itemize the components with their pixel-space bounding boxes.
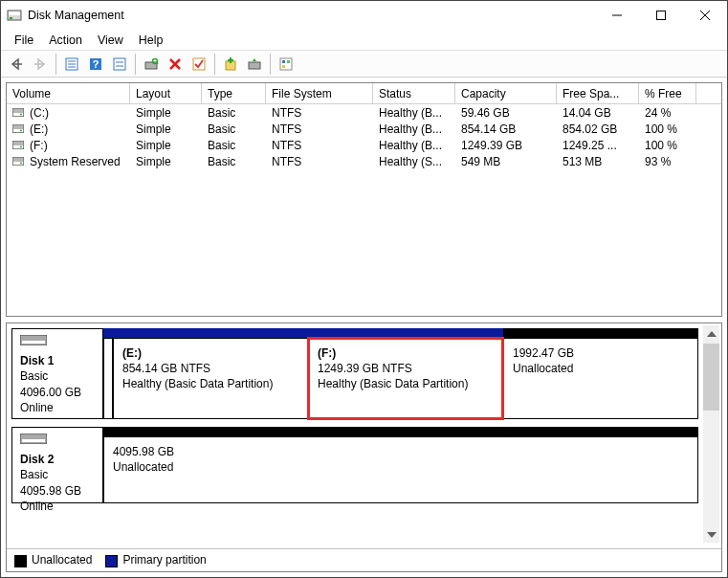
svg-rect-27 (280, 58, 292, 70)
cell-type: Basic (202, 137, 266, 153)
cell-status: Healthy (B... (373, 104, 455, 121)
disk-entry[interactable]: Disk 2Basic4095.98 GBOnline4095.98 GBUna… (11, 427, 698, 503)
col-fs[interactable]: File System (266, 83, 373, 104)
table-row[interactable]: (F:)SimpleBasicNTFSHealthy (B...1249.39 … (7, 137, 721, 153)
cell-pct: 100 % (639, 121, 696, 137)
disk-name: Disk 1 (20, 354, 54, 367)
minimize-button[interactable] (595, 1, 639, 30)
partition[interactable]: (F:)1249.39 GB NTFSHealthy (Basic Data P… (308, 338, 503, 419)
cell-pct: 24 % (639, 104, 696, 121)
disk-type: Basic (20, 368, 95, 384)
cell-type: Basic (202, 104, 266, 121)
disk-label[interactable]: Disk 2Basic4095.98 GBOnline (11, 427, 103, 503)
menu-file[interactable]: File (7, 32, 41, 49)
svg-rect-45 (20, 434, 47, 444)
svg-rect-23 (193, 58, 205, 70)
disk-graphical-view[interactable]: Disk 1Basic4096.00 GBOnline(E:)854.14 GB… (6, 322, 722, 572)
cell-free: 1249.25 ... (557, 137, 639, 153)
col-pct[interactable]: % Free (639, 83, 696, 104)
legend-primary: Primary partition (122, 553, 206, 567)
disk-label[interactable]: Disk 1Basic4096.00 GBOnline (11, 328, 103, 419)
system-partition-sliver[interactable] (103, 338, 113, 419)
svg-rect-44 (22, 341, 45, 344)
settings-button[interactable] (275, 53, 298, 76)
col-capacity[interactable]: Capacity (455, 83, 557, 104)
cell-fs: NTFS (266, 153, 373, 169)
scroll-down-icon[interactable] (703, 526, 719, 543)
partition[interactable]: (E:)854.14 GB NTFSHealthy (Basic Data Pa… (113, 338, 308, 419)
disk-status: Online (20, 499, 95, 514)
disk-entry[interactable]: Disk 1Basic4096.00 GBOnline(E:)854.14 GB… (11, 328, 698, 419)
help-button[interactable]: ? (84, 53, 107, 76)
svg-rect-28 (282, 60, 285, 63)
volume-table[interactable]: Volume Layout Type File System Status Ca… (6, 82, 722, 317)
svg-rect-46 (22, 439, 45, 442)
partition-info: 1992.47 GB (513, 345, 689, 361)
partition-detail: Healthy (Basic Data Partition) (318, 376, 494, 391)
partition-letter: (E:) (122, 346, 142, 360)
cell-type: Basic (202, 121, 266, 137)
forward-button[interactable] (29, 53, 52, 76)
new-partition-button[interactable] (219, 53, 242, 76)
disk-type: Basic (20, 467, 95, 482)
svg-rect-30 (282, 65, 285, 68)
partition[interactable]: 4095.98 GBUnallocated (103, 436, 698, 503)
close-button[interactable] (683, 1, 727, 30)
refresh-button[interactable] (108, 53, 131, 76)
cell-name: System Reserved (7, 153, 130, 169)
svg-rect-2 (10, 17, 12, 19)
svg-marker-48 (707, 532, 717, 538)
scroll-up-icon[interactable] (703, 325, 719, 342)
open-button[interactable] (140, 53, 163, 76)
disk-status: Online (20, 400, 95, 415)
cell-pct: 100 % (639, 137, 696, 153)
partition-letter: (F:) (318, 346, 336, 360)
menu-view[interactable]: View (90, 32, 131, 49)
cell-layout: Simple (130, 121, 202, 137)
partition-detail: Unallocated (513, 361, 689, 376)
back-button[interactable] (5, 53, 28, 76)
svg-rect-4 (657, 11, 666, 20)
partition-info: 4095.98 GB (113, 444, 689, 459)
cell-fs: NTFS (266, 104, 373, 121)
cell-name: (E:) (7, 121, 130, 137)
svg-point-36 (20, 130, 22, 132)
partition[interactable]: 1992.47 GBUnallocated (503, 338, 698, 419)
scrollbar-thumb[interactable] (703, 344, 719, 411)
col-layout[interactable]: Layout (130, 83, 202, 104)
table-row[interactable]: (C:)SimpleBasicNTFSHealthy (B...59.46 GB… (7, 104, 721, 121)
cell-capacity: 59.46 GB (455, 104, 557, 121)
col-free[interactable]: Free Spa... (557, 83, 639, 104)
menu-help[interactable]: Help (131, 32, 171, 49)
svg-rect-29 (287, 60, 290, 63)
cell-free: 854.02 GB (557, 121, 639, 137)
col-type[interactable]: Type (202, 83, 266, 104)
partition-info: 854.14 GB NTFS (122, 361, 298, 376)
delete-button[interactable] (164, 53, 187, 76)
partition-info: 1249.39 GB NTFS (318, 361, 494, 376)
table-row[interactable]: System ReservedSimpleBasicNTFSHealthy (S… (7, 153, 721, 169)
col-volume[interactable]: Volume (7, 83, 130, 104)
svg-marker-26 (253, 58, 256, 61)
check-button[interactable] (188, 53, 210, 76)
disk-size: 4096.00 GB (20, 385, 95, 400)
swatch-primary (105, 555, 118, 567)
cell-capacity: 854.14 GB (455, 121, 557, 137)
vertical-scrollbar[interactable] (703, 325, 719, 543)
table-row[interactable]: (E:)SimpleBasicNTFSHealthy (B...854.14 G… (7, 121, 721, 137)
svg-point-39 (20, 146, 22, 148)
menu-action[interactable]: Action (41, 32, 90, 49)
disk-mgmt-icon (7, 8, 22, 23)
legend: Unallocated Primary partition (7, 548, 721, 571)
svg-point-33 (20, 114, 22, 116)
cell-status: Healthy (S... (373, 153, 455, 169)
cell-name: (F:) (7, 137, 130, 153)
cell-fs: NTFS (266, 121, 373, 137)
partition-detail: Unallocated (113, 459, 689, 475)
maximize-button[interactable] (639, 1, 683, 30)
disk-props-button[interactable] (243, 53, 266, 76)
cell-free: 513 MB (557, 153, 639, 169)
cell-name: (C:) (7, 104, 130, 121)
properties-button[interactable] (60, 53, 83, 76)
col-status[interactable]: Status (373, 83, 455, 104)
